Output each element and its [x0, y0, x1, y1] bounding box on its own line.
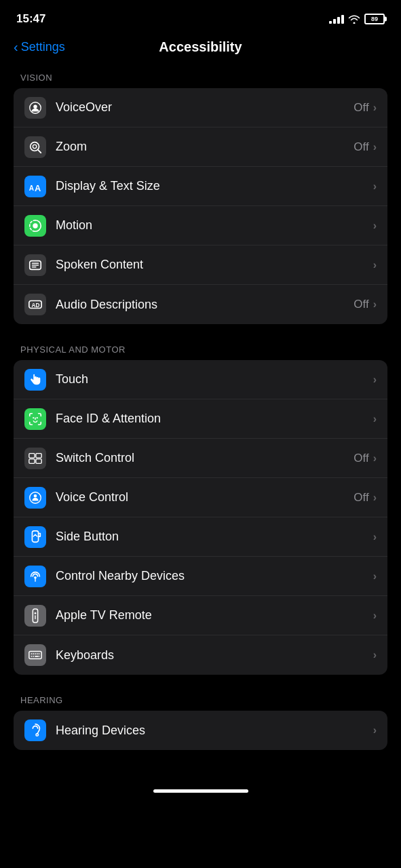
- svg-text:A: A: [29, 184, 35, 191]
- hearing-devices-chevron-icon: ›: [373, 724, 377, 736]
- audio-descriptions-item[interactable]: AD Audio Descriptions Off ›: [14, 285, 387, 324]
- physical-motor-list: Touch › Face ID &: [14, 360, 387, 675]
- touch-icon: [24, 369, 46, 391]
- face-id-attention-label: Face ID & Attention: [56, 412, 373, 426]
- status-time: 15:47: [16, 12, 45, 26]
- control-nearby-icon: [24, 566, 46, 587]
- display-text-size-chevron-icon: ›: [373, 180, 377, 193]
- status-icons: 89: [329, 14, 385, 24]
- face-id-attention-chevron-icon: ›: [373, 413, 377, 425]
- switch-control-chevron-icon: ›: [373, 452, 377, 465]
- hearing-section-label: HEARING: [14, 695, 387, 711]
- side-button-label: Side Button: [56, 530, 373, 544]
- hearing-list: Hearing Devices ›: [14, 711, 387, 750]
- hearing-devices-label: Hearing Devices: [56, 724, 373, 738]
- touch-chevron-icon: ›: [373, 374, 377, 386]
- voice-control-item[interactable]: Voice Control Off ›: [14, 478, 387, 517]
- side-button-chevron-icon: ›: [373, 531, 377, 543]
- switch-control-icon: [24, 448, 46, 469]
- hearing-devices-icon: [24, 719, 46, 741]
- voice-control-label: Voice Control: [56, 490, 354, 505]
- switch-control-label: Switch Control: [56, 451, 354, 465]
- voiceover-icon: [24, 97, 46, 119]
- svg-rect-19: [36, 458, 41, 462]
- side-button-item[interactable]: Side Button ›: [14, 517, 387, 557]
- switch-control-item[interactable]: Switch Control Off ›: [14, 439, 387, 478]
- zoom-item[interactable]: Zoom Off ›: [14, 127, 387, 167]
- svg-line-3: [38, 150, 41, 153]
- svg-rect-27: [29, 652, 41, 659]
- apple-tv-remote-icon: [24, 605, 46, 627]
- physical-motor-section-label: PHYSICAL AND MOTOR: [14, 344, 387, 360]
- svg-point-4: [33, 144, 37, 149]
- zoom-icon: [24, 136, 46, 158]
- keyboards-icon: [24, 644, 46, 666]
- control-nearby-chevron-icon: ›: [373, 570, 377, 583]
- keyboards-label: Keyboards: [56, 648, 373, 663]
- apple-tv-remote-item[interactable]: Apple TV Remote ›: [14, 596, 387, 635]
- svg-point-37: [36, 734, 39, 736]
- wifi-icon: [348, 14, 360, 24]
- svg-point-1: [33, 104, 37, 108]
- physical-motor-section: PHYSICAL AND MOTOR Touch ›: [14, 344, 387, 675]
- back-chevron-icon: ‹: [14, 39, 18, 55]
- voiceover-item[interactable]: VoiceOver Off ›: [14, 88, 387, 127]
- svg-text:AD: AD: [32, 302, 40, 309]
- content: VISION VoiceOver Off ›: [0, 66, 401, 784]
- voice-control-value: Off: [354, 491, 368, 505]
- vision-section-label: VISION: [14, 73, 387, 88]
- status-bar: 15:47 89: [0, 0, 401, 34]
- audio-descriptions-value: Off: [354, 298, 368, 311]
- vision-list: VoiceOver Off › Zoom Off ›: [14, 88, 387, 324]
- switch-control-value: Off: [354, 452, 368, 465]
- keyboards-item[interactable]: Keyboards ›: [14, 635, 387, 675]
- keyboards-chevron-icon: ›: [373, 649, 377, 661]
- display-text-size-icon: A A: [24, 176, 46, 197]
- touch-item[interactable]: Touch ›: [14, 360, 387, 399]
- control-nearby-label: Control Nearby Devices: [56, 569, 373, 583]
- home-bar: [153, 789, 248, 793]
- motion-chevron-icon: ›: [373, 220, 377, 232]
- back-label: Settings: [21, 40, 65, 54]
- voiceover-label: VoiceOver: [56, 100, 354, 115]
- audio-descriptions-chevron-icon: ›: [373, 298, 377, 311]
- zoom-label: Zoom: [56, 140, 354, 154]
- zoom-chevron-icon: ›: [373, 141, 377, 153]
- nav-header: ‹ Settings Accessibility: [0, 34, 401, 66]
- signal-bars-icon: [329, 14, 344, 24]
- voice-control-icon: [24, 487, 46, 509]
- svg-rect-16: [29, 453, 35, 457]
- voiceover-chevron-icon: ›: [373, 102, 377, 114]
- voice-control-chevron-icon: ›: [373, 492, 377, 504]
- svg-point-21: [34, 494, 37, 497]
- face-id-attention-icon: [24, 408, 46, 430]
- battery-icon: 89: [364, 14, 385, 24]
- apple-tv-remote-chevron-icon: ›: [373, 610, 377, 622]
- page-title: Accessibility: [159, 39, 242, 55]
- svg-text:A: A: [35, 183, 41, 193]
- display-text-size-label: Display & Text Size: [56, 179, 373, 193]
- side-button-icon: [24, 526, 46, 548]
- touch-label: Touch: [56, 372, 373, 387]
- back-button[interactable]: ‹ Settings: [14, 39, 65, 55]
- svg-rect-18: [29, 458, 35, 462]
- voiceover-value: Off: [354, 101, 368, 115]
- spoken-content-item[interactable]: Spoken Content ›: [14, 245, 387, 285]
- control-nearby-item[interactable]: Control Nearby Devices ›: [14, 557, 387, 596]
- motion-label: Motion: [56, 218, 373, 233]
- hearing-devices-item[interactable]: Hearing Devices ›: [14, 711, 387, 750]
- audio-descriptions-icon: AD: [24, 294, 46, 315]
- zoom-value: Off: [354, 140, 368, 154]
- svg-point-7: [33, 223, 37, 228]
- apple-tv-remote-label: Apple TV Remote: [56, 608, 373, 623]
- spoken-content-icon: [24, 254, 46, 276]
- display-text-size-item[interactable]: A A Display & Text Size ›: [14, 167, 387, 206]
- face-id-attention-item[interactable]: Face ID & Attention ›: [14, 399, 387, 439]
- svg-point-25: [35, 612, 37, 614]
- svg-point-15: [37, 417, 38, 418]
- spoken-content-label: Spoken Content: [56, 258, 373, 272]
- hearing-section: HEARING Hearing Devices ›: [14, 695, 387, 750]
- svg-point-14: [33, 417, 34, 418]
- motion-item[interactable]: Motion ›: [14, 206, 387, 245]
- vision-section: VISION VoiceOver Off ›: [14, 73, 387, 324]
